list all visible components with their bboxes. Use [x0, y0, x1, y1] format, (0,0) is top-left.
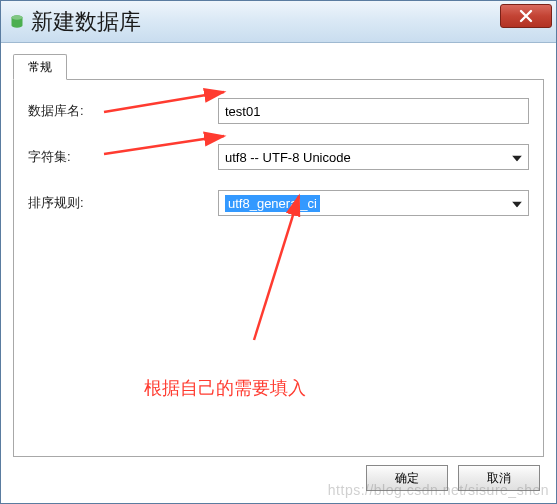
select-charset-value: utf8 -- UTF-8 Unicode: [225, 150, 351, 165]
tab-panel-general: 数据库名: 字符集: utf8 -- UTF-8 Unicode 排序规则: u…: [13, 79, 544, 457]
label-collation: 排序规则:: [28, 194, 218, 212]
svg-line-4: [254, 196, 299, 340]
cancel-button[interactable]: 取消: [458, 465, 540, 491]
chevron-down-icon: [512, 150, 522, 165]
input-db-name[interactable]: [218, 98, 529, 124]
select-charset[interactable]: utf8 -- UTF-8 Unicode: [218, 144, 529, 170]
label-db-name: 数据库名:: [28, 102, 218, 120]
annotation-text: 根据自己的需要填入: [144, 376, 306, 400]
close-button[interactable]: [500, 4, 552, 28]
tab-general[interactable]: 常规: [13, 54, 67, 80]
ok-button[interactable]: 确定: [366, 465, 448, 491]
label-charset: 字符集:: [28, 148, 218, 166]
close-icon: [519, 9, 533, 23]
dialog-title: 新建数据库: [31, 7, 548, 37]
svg-point-1: [12, 15, 23, 19]
row-db-name: 数据库名:: [28, 98, 529, 124]
row-charset: 字符集: utf8 -- UTF-8 Unicode: [28, 144, 529, 170]
chevron-down-icon: [512, 196, 522, 211]
database-icon: [9, 14, 25, 30]
dialog-window: 新建数据库 常规 数据库名: 字符集: utf8 -- UTF-8 Unicod…: [0, 0, 557, 504]
select-collation[interactable]: utf8_general_ci: [218, 190, 529, 216]
titlebar[interactable]: 新建数据库: [1, 1, 556, 43]
row-collation: 排序规则: utf8_general_ci: [28, 190, 529, 216]
button-row: 确定 取消: [13, 457, 544, 495]
select-collation-value: utf8_general_ci: [225, 195, 320, 212]
dialog-body: 常规 数据库名: 字符集: utf8 -- UTF-8 Unicode 排序规则…: [1, 43, 556, 503]
tab-strip: 常规: [13, 53, 544, 79]
